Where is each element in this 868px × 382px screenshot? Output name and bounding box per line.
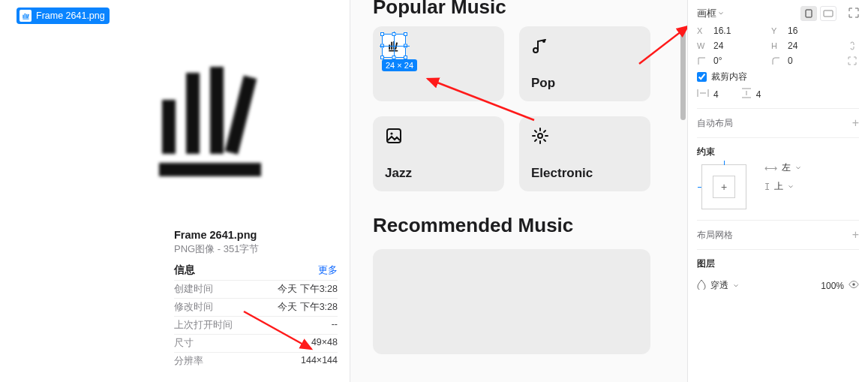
more-link[interactable]: 更多 <box>318 264 338 277</box>
scrollbar[interactable] <box>680 30 686 120</box>
svg-line-24 <box>544 140 545 141</box>
card-label: Jazz <box>385 166 492 181</box>
heading-recommended: Recommended Music <box>373 214 687 237</box>
corner-input[interactable]: 0 <box>788 56 838 66</box>
visibility-toggle[interactable] <box>848 279 859 292</box>
category-card[interactable]: 24 × 24 <box>373 26 504 101</box>
svg-rect-10 <box>389 45 390 50</box>
y-label: Y <box>771 26 780 35</box>
fit-icon[interactable] <box>848 8 859 20</box>
category-card-jazz[interactable]: Jazz <box>373 116 504 191</box>
svg-rect-7 <box>210 67 224 154</box>
constraint-h-dropdown[interactable]: ⟷ 左 <box>764 161 801 174</box>
x-label: X <box>697 26 706 35</box>
svg-rect-1 <box>24 13 25 17</box>
resize-landscape-button[interactable] <box>820 6 836 21</box>
clip-content-checkbox[interactable] <box>697 72 707 82</box>
constraints-title: 约束 <box>697 137 859 161</box>
y-input[interactable]: 16 <box>788 26 838 36</box>
file-type: PNG图像 - 351字节 <box>174 242 338 256</box>
opacity-input[interactable]: 100% <box>821 281 844 291</box>
svg-point-15 <box>542 40 545 43</box>
chevron-down-icon <box>733 283 739 289</box>
file-preview <box>0 0 350 229</box>
file-name: Frame 2641.png <box>174 229 338 241</box>
svg-line-23 <box>535 131 536 132</box>
link-wh-icon[interactable] <box>845 41 859 51</box>
blend-mode-dropdown[interactable]: 穿透 <box>697 279 739 292</box>
svg-rect-27 <box>806 10 812 17</box>
layer-title: 图层 <box>697 249 859 273</box>
constraint-v-dropdown[interactable]: I 上 <box>764 180 801 193</box>
svg-point-35 <box>852 283 855 286</box>
resize-portrait-button[interactable] <box>800 6 817 21</box>
chevron-down-icon <box>718 11 724 17</box>
svg-rect-9 <box>159 163 261 176</box>
svg-point-17 <box>390 132 392 134</box>
corner-radius-icon <box>771 57 780 65</box>
inspector-panel: 画框 X 16.1 Y 16 W 24 H 24 0° 0 <box>688 0 868 382</box>
padding-vertical-icon <box>741 88 752 101</box>
meta-key: 修改时间 <box>174 301 213 314</box>
svg-rect-8 <box>225 75 257 154</box>
rotation-icon <box>697 57 706 65</box>
music-note-icon <box>531 37 549 55</box>
independent-corners-icon[interactable] <box>845 56 859 65</box>
meta-val: 49×48 <box>311 337 338 350</box>
svg-rect-14 <box>389 50 398 52</box>
h-label: H <box>771 41 780 50</box>
design-canvas[interactable]: Popular Music 24 × 24 Pop <box>350 0 688 382</box>
svg-rect-2 <box>26 14 26 18</box>
svg-line-25 <box>535 140 536 141</box>
meta-key: 尺寸 <box>174 337 194 350</box>
selection-size-badge: 24 × 24 <box>382 59 417 71</box>
meta-key: 上次打开时间 <box>174 319 233 332</box>
vertical-icon: I <box>764 182 770 192</box>
padding-h-input[interactable]: 4 <box>713 89 719 100</box>
add-layout-grid-button[interactable]: + <box>852 228 859 242</box>
svg-rect-28 <box>824 11 833 17</box>
meta-val: 今天 下午3:28 <box>278 283 338 296</box>
blend-mode-icon <box>697 279 706 292</box>
meta-val: -- <box>332 319 338 332</box>
frame-type-dropdown[interactable]: 画框 <box>697 8 724 20</box>
padding-horizontal-icon <box>697 89 709 100</box>
recommended-card[interactable] <box>373 249 650 354</box>
clip-content-label: 裁剪内容 <box>711 71 747 83</box>
category-card-electronic[interactable]: Electronic <box>519 116 650 191</box>
w-label: W <box>697 41 706 50</box>
finder-panel: Frame 2641.png Frame 2641.png PNG图像 - 35… <box>0 0 350 382</box>
chevron-down-icon <box>788 184 794 190</box>
meta-val: 今天 下午3:28 <box>278 301 338 314</box>
padding-v-input[interactable]: 4 <box>756 89 761 100</box>
h-input[interactable]: 24 <box>788 41 838 51</box>
card-label: Pop <box>531 76 638 91</box>
constraints-widget[interactable]: + <box>701 164 746 209</box>
svg-line-26 <box>544 131 545 132</box>
add-auto-layout-button[interactable]: + <box>852 116 859 130</box>
svg-rect-11 <box>391 42 392 50</box>
frame-type-label: 画框 <box>697 8 716 20</box>
meta-key: 分辨率 <box>174 355 203 368</box>
horizontal-icon: ⟷ <box>764 163 777 173</box>
selection-box[interactable] <box>382 34 406 58</box>
svg-rect-12 <box>393 41 395 50</box>
rotation-input[interactable]: 0° <box>713 56 764 66</box>
sun-icon <box>531 127 549 145</box>
file-chip-label: Frame 2641.png <box>36 11 105 21</box>
file-chip[interactable]: Frame 2641.png <box>17 8 110 24</box>
svg-rect-13 <box>395 42 398 50</box>
library-icon <box>20 10 32 22</box>
svg-point-18 <box>538 134 542 138</box>
svg-rect-16 <box>387 129 401 143</box>
library-icon <box>141 40 291 190</box>
layout-grid-label: 布局网格 <box>697 229 733 242</box>
svg-rect-4 <box>23 18 29 19</box>
auto-layout-label: 自动布局 <box>697 117 733 130</box>
category-card-pop[interactable]: Pop <box>519 26 650 101</box>
x-input[interactable]: 16.1 <box>713 26 764 36</box>
w-input[interactable]: 24 <box>713 41 764 51</box>
info-header: 信息 <box>174 263 195 277</box>
svg-rect-3 <box>27 14 29 18</box>
svg-rect-0 <box>23 14 23 18</box>
